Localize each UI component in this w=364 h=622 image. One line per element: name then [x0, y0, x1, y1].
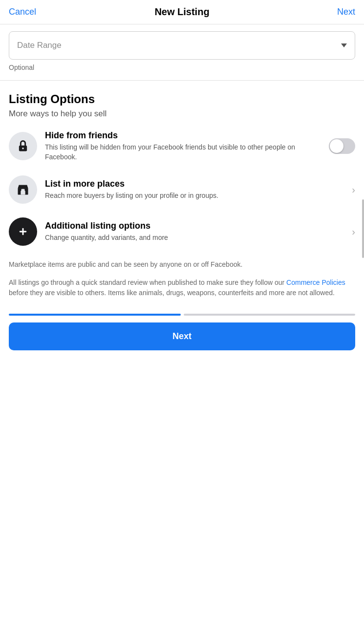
policy-notice: All listings go through a quick standard…: [9, 278, 355, 298]
lock-icon: [16, 139, 30, 153]
additional-listing-options-desc: Change quantity, add variants, and more: [45, 233, 346, 243]
toggle-thumb: [330, 139, 343, 153]
additional-listing-options-text: Additional listing options Change quanti…: [45, 221, 346, 243]
list-in-more-places-desc: Reach more buyers by listing on your pro…: [45, 191, 346, 201]
hide-from-friends-row[interactable]: Hide from friends This listing will be h…: [9, 130, 355, 162]
cancel-button[interactable]: Cancel: [9, 7, 36, 17]
additional-listing-options-icon-circle: [9, 217, 37, 246]
scrollbar-thumb[interactable]: [362, 199, 364, 258]
next-button[interactable]: Next: [9, 322, 355, 350]
plus-icon: [16, 225, 30, 238]
svg-rect-3: [21, 191, 25, 195]
section-divider: [0, 80, 364, 81]
hide-from-friends-desc: This listing will be hidden from your Fa…: [45, 143, 323, 162]
optional-label: Optional: [9, 64, 355, 71]
store-icon: [16, 183, 30, 196]
date-range-section: Date Range Optional: [0, 24, 364, 71]
footer-text: Marketplace items are public and can be …: [0, 259, 364, 298]
listing-options-section: Listing Options More ways to help you se…: [0, 92, 364, 246]
public-notice: Marketplace items are public and can be …: [9, 259, 355, 270]
commerce-policies-link[interactable]: Commerce Policies: [286, 279, 345, 286]
list-in-more-places-action: ›: [352, 184, 355, 195]
listing-options-subtitle: More ways to help you sell: [9, 109, 355, 119]
additional-listing-options-title: Additional listing options: [45, 221, 346, 231]
hide-from-friends-title: Hide from friends: [45, 130, 323, 141]
scrollbar-track: [362, 0, 364, 362]
policy-notice-before: All listings go through a quick standard…: [9, 279, 286, 286]
hide-from-friends-text: Hide from friends This listing will be h…: [45, 130, 323, 162]
page-title: New Listing: [154, 6, 209, 18]
list-in-more-places-title: List in more places: [45, 179, 346, 189]
header: Cancel New Listing Next: [0, 0, 364, 24]
hide-from-friends-icon-circle: [9, 132, 37, 160]
svg-rect-4: [21, 189, 25, 192]
policy-notice-after: before they are visible to others. Items…: [9, 289, 335, 297]
additional-listing-options-row[interactable]: Additional listing options Change quanti…: [9, 217, 355, 246]
header-next-button[interactable]: Next: [337, 7, 355, 17]
list-in-more-places-text: List in more places Reach more buyers by…: [45, 179, 346, 201]
chevron-right-icon: ›: [352, 184, 355, 195]
list-in-more-places-icon-circle: [9, 175, 37, 204]
progress-bar-section: [0, 306, 364, 322]
progress-bar-filled: [9, 314, 181, 316]
chevron-down-icon: [341, 43, 347, 47]
chevron-right-icon-2: ›: [352, 226, 355, 237]
additional-listing-options-action: ›: [352, 226, 355, 237]
progress-bar-empty: [184, 314, 356, 316]
hide-from-friends-action: [329, 138, 355, 154]
date-range-dropdown[interactable]: Date Range: [9, 31, 355, 60]
date-range-label: Date Range: [17, 41, 62, 50]
listing-options-title: Listing Options: [9, 92, 355, 106]
list-in-more-places-row[interactable]: List in more places Reach more buyers by…: [9, 175, 355, 204]
svg-point-1: [22, 148, 24, 150]
next-button-container: Next: [0, 322, 364, 362]
hide-from-friends-toggle[interactable]: [329, 138, 355, 154]
